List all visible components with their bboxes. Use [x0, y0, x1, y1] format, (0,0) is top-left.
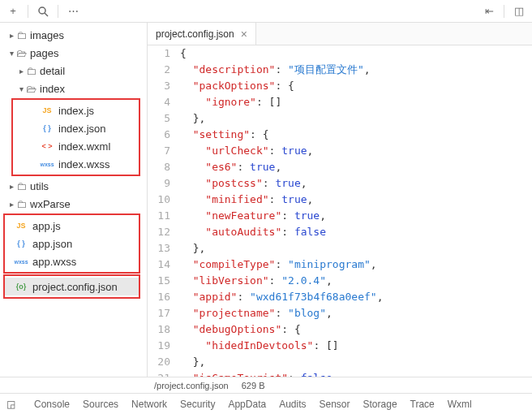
editor-tabs: project.config.json ×: [148, 23, 532, 45]
svg-point-0: [39, 7, 45, 14]
js-icon: JS: [37, 106, 57, 114]
search-icon[interactable]: [33, 2, 53, 21]
ellipsis-icon[interactable]: ⋯: [63, 2, 83, 21]
folder-pages[interactable]: ▾🗁pages: [0, 44, 147, 62]
split-icon[interactable]: ◫: [509, 2, 529, 21]
json-icon: { }: [11, 239, 31, 248]
folder-images[interactable]: ▸🗀images: [0, 26, 147, 44]
highlight-box-project-config: {o}project.config.json: [3, 274, 140, 299]
wxml-icon: < >: [37, 142, 57, 150]
config-icon: {o}: [11, 282, 31, 291]
devtools-tab-sources[interactable]: Sources: [83, 399, 118, 410]
file-index-wxss[interactable]: wxssindex.wxss: [13, 155, 139, 173]
file-app-json[interactable]: { }app.json: [5, 235, 139, 252]
devtools-tab-network[interactable]: Network: [131, 399, 167, 410]
folder-wxparse[interactable]: ▸🗀wxParse: [0, 195, 147, 213]
file-tree: ▸🗀images ▾🗁pages ▸🗀detail ▾🗁index JSinde…: [0, 23, 148, 377]
top-toolbar: + ⋯ ⇤ ◫: [0, 0, 532, 23]
status-size: 629 B: [242, 381, 265, 390]
wxss-icon: wxss: [11, 259, 31, 265]
tab-project-config[interactable]: project.config.json ×: [148, 23, 256, 45]
code-content: { "description": "项目配置文件", "packOptions"…: [180, 45, 532, 377]
highlight-box-index-files: JSindex.js { }index.json < >index.wxml w…: [11, 98, 140, 176]
folder-icon: 🗀: [26, 65, 36, 77]
close-icon[interactable]: ×: [241, 28, 247, 41]
devtools-tab-audits[interactable]: Audits: [279, 399, 306, 410]
file-index-json[interactable]: { }index.json: [13, 119, 139, 137]
code-editor[interactable]: 123456789101112131415161718192021222324 …: [148, 45, 532, 377]
devtools-tab-security[interactable]: Security: [180, 399, 215, 410]
folder-utils[interactable]: ▸🗀utils: [0, 177, 147, 195]
collapse-icon[interactable]: ⇤: [479, 2, 499, 21]
file-index-js[interactable]: JSindex.js: [13, 101, 139, 119]
json-icon: { }: [37, 124, 57, 132]
devtools-tabs: ◲ ConsoleSourcesNetworkSecurityAppDataAu…: [0, 393, 532, 414]
devtools-tab-trace[interactable]: Trace: [410, 399, 435, 410]
plus-icon[interactable]: +: [3, 2, 23, 21]
file-index-wxml[interactable]: < >index.wxml: [13, 137, 139, 155]
line-gutter: 123456789101112131415161718192021222324: [148, 45, 180, 377]
devtools-tab-storage[interactable]: Storage: [363, 399, 397, 410]
status-bar: /project.config.json 629 B: [0, 377, 532, 393]
folder-open-icon: 🗁: [16, 47, 27, 59]
devtools-icon[interactable]: ◲: [6, 399, 21, 410]
folder-detail[interactable]: ▸🗀detail: [0, 62, 147, 80]
js-icon: JS: [11, 222, 31, 230]
folder-icon: 🗀: [16, 198, 27, 210]
devtools-tab-wxml[interactable]: Wxml: [448, 399, 472, 410]
devtools-tab-appdata[interactable]: AppData: [228, 399, 266, 410]
highlight-box-app-files: JSapp.js { }app.json wxssapp.wxss: [3, 213, 140, 274]
wxss-icon: wxss: [37, 162, 57, 167]
file-app-js[interactable]: JSapp.js: [5, 217, 139, 235]
file-app-wxss[interactable]: wxssapp.wxss: [5, 252, 139, 270]
svg-line-1: [45, 13, 48, 16]
folder-open-icon: 🗁: [26, 83, 36, 95]
devtools-tab-sensor[interactable]: Sensor: [320, 399, 350, 410]
folder-icon: 🗀: [16, 180, 27, 192]
folder-icon: 🗀: [16, 29, 27, 41]
devtools-tab-console[interactable]: Console: [34, 399, 70, 410]
folder-index[interactable]: ▾🗁index: [0, 80, 147, 97]
status-path: /project.config.json: [154, 381, 229, 390]
file-project-config[interactable]: {o}project.config.json: [5, 278, 139, 295]
